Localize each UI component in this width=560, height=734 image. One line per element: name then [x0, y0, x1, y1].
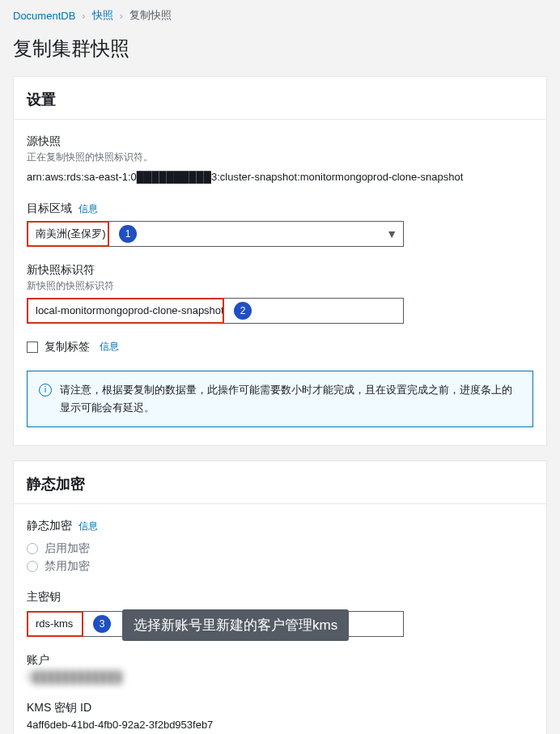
copy-tags-field: 复制标签 信息	[27, 340, 533, 354]
breadcrumb-snapshots[interactable]: 快照	[92, 8, 113, 23]
chevron-icon: ›	[120, 10, 123, 22]
target-region-field: 目标区域 信息 南美洲(圣保罗) ▼ 1	[27, 202, 533, 247]
encryption-info-link[interactable]: 信息	[78, 520, 98, 532]
info-alert: i 请注意，根据要复制的数据量，此操作可能需要数小时才能完成，且在设置完成之前，…	[27, 371, 533, 427]
radio-disable[interactable]	[27, 561, 38, 572]
source-snapshot-label: 源快照	[27, 134, 533, 149]
radio-disable-label: 禁用加密	[45, 559, 90, 574]
radio-enable-label: 启用加密	[45, 541, 90, 556]
encryption-label: 静态加密	[27, 519, 72, 532]
target-region-label: 目标区域	[27, 202, 72, 214]
kms-id-label: KMS 密钥 ID	[27, 701, 533, 715]
copy-tags-info-link[interactable]: 信息	[100, 340, 119, 354]
breadcrumb: DocumentDB › 快照 › 复制快照	[0, 0, 560, 31]
master-key-tooltip: 选择新账号里新建的客户管理kms	[122, 609, 349, 641]
encryption-enable-row[interactable]: 启用加密	[27, 541, 533, 556]
account-field: 账户 5████████████	[27, 653, 533, 685]
info-alert-text: 请注意，根据要复制的数据量，此操作可能需要数小时才能完成，且在设置完成之前，进度…	[60, 381, 521, 417]
new-snapshot-desc: 新快照的快照标识符	[27, 279, 533, 293]
info-icon: i	[39, 384, 52, 397]
source-snapshot-arn: arn:aws:rds:sa-east-1:0██████████3:clust…	[27, 169, 533, 185]
kms-id-field: KMS 密钥 ID 4aff6deb-41bd-4fb0-92a2-3f2bd9…	[27, 701, 533, 733]
master-key-label: 主密钥	[27, 590, 533, 605]
target-region-info-link[interactable]: 信息	[78, 203, 98, 214]
settings-panel: 设置 源快照 正在复制快照的快照标识符。 arn:aws:rds:sa-east…	[13, 76, 547, 446]
encryption-disable-row[interactable]: 禁用加密	[27, 559, 533, 574]
master-key-field: 主密钥 rds-kms 3 选择新账号里新建的客户管理kms	[27, 590, 533, 637]
new-snapshot-label: 新快照标识符	[27, 263, 533, 278]
breadcrumb-current: 复制快照	[129, 8, 172, 23]
copy-tags-label: 复制标签	[45, 340, 90, 354]
kms-id-value: 4aff6deb-41bd-4fb0-92a2-3f2bd953feb7	[27, 717, 533, 733]
page-title: 复制集群快照	[0, 31, 560, 76]
encryption-panel-title: 静态加密	[14, 461, 546, 504]
encryption-field: 静态加密 信息 启用加密 禁用加密	[27, 519, 533, 574]
settings-panel-title: 设置	[14, 77, 546, 120]
callout-badge-2: 2	[234, 302, 252, 320]
chevron-icon: ›	[82, 10, 85, 22]
source-snapshot-field: 源快照 正在复制快照的快照标识符。 arn:aws:rds:sa-east-1:…	[27, 134, 533, 185]
account-value: 5████████████	[27, 669, 533, 685]
target-region-select[interactable]: 南美洲(圣保罗)	[27, 221, 404, 247]
new-snapshot-input[interactable]	[27, 298, 404, 324]
new-snapshot-field: 新快照标识符 新快照的快照标识符 2	[27, 263, 533, 324]
encryption-panel: 静态加密 静态加密 信息 启用加密 禁用加密 主密钥 rds-kms	[13, 460, 547, 734]
source-snapshot-desc: 正在复制快照的快照标识符。	[27, 151, 533, 164]
copy-tags-checkbox[interactable]	[27, 342, 38, 353]
radio-enable[interactable]	[27, 543, 38, 554]
callout-badge-3: 3	[93, 615, 111, 633]
callout-badge-1: 1	[119, 225, 137, 243]
account-label: 账户	[27, 653, 533, 668]
breadcrumb-root[interactable]: DocumentDB	[13, 10, 75, 22]
